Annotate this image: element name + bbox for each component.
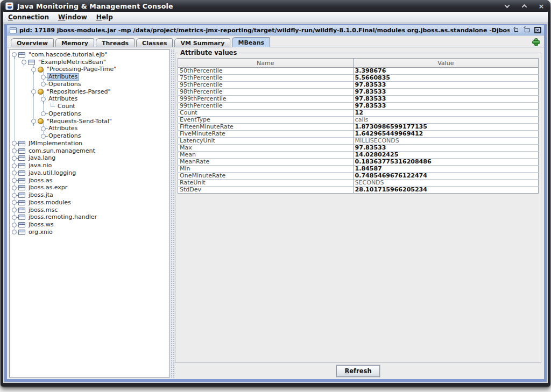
attribute-value-cell[interactable]: 97.83533 <box>353 82 538 89</box>
tree-expand-knob[interactable] <box>31 67 36 72</box>
tree-item-label[interactable]: jboss.modules <box>27 199 72 206</box>
tree-item[interactable]: "Repositories-Parsed" <box>10 88 169 96</box>
menu-window[interactable]: Window <box>58 13 87 21</box>
table-row[interactable]: 99thPercentile 97.83533 <box>178 103 539 110</box>
attribute-name-cell[interactable]: LatencyUnit <box>178 138 354 145</box>
tree-elbow-line[interactable] <box>51 103 55 107</box>
tab[interactable]: MBeans <box>232 37 270 47</box>
table-row[interactable]: 999thPercentile 97.83533 <box>178 96 539 103</box>
tree-item[interactable]: "ExampleMetricsBean" <box>10 59 169 66</box>
attribute-value-cell[interactable]: 1.84587 <box>353 166 538 173</box>
tree-item[interactable]: Count <box>10 103 169 110</box>
attribute-name-cell[interactable]: Max <box>178 145 354 152</box>
attribute-value-cell[interactable]: 97.83533 <box>353 96 538 103</box>
table-row[interactable]: Count 12 <box>178 110 539 117</box>
tree-item[interactable]: "Requests-Send-Total" <box>10 118 169 125</box>
tree-item-label[interactable]: Operations <box>47 133 82 139</box>
tab[interactable]: Classes <box>136 38 173 47</box>
tree-expand-knob[interactable] <box>12 163 17 168</box>
table-row[interactable]: Max 97.83533 <box>178 145 539 152</box>
table-row[interactable]: StdDev 28.101715966205234 <box>178 187 539 194</box>
attribute-value-cell[interactable]: 28.101715966205234 <box>353 187 538 194</box>
tree-expand-knob[interactable] <box>41 111 46 116</box>
table-row[interactable]: 98thPercentile 97.83533 <box>178 89 539 96</box>
table-row[interactable]: MeanRate 0.18363775316208486 <box>178 159 539 166</box>
attribute-value-cell[interactable]: 12 <box>353 110 538 117</box>
tree-item[interactable]: "Processing-Page-Time" <box>10 66 169 74</box>
attribute-name-cell[interactable]: 50thPercentile <box>178 68 354 75</box>
table-row[interactable]: RateUnit SECONDS <box>178 180 539 187</box>
menu-help[interactable]: Help <box>96 13 113 21</box>
tree-item[interactable]: Attributes <box>10 73 169 81</box>
tree-item-label[interactable]: "Repositories-Parsed" <box>46 89 112 95</box>
mbean-tree[interactable]: "com.hascode.tutorial.ejb" "ExampleMetri… <box>9 49 170 377</box>
attribute-name-cell[interactable]: 99thPercentile <box>178 103 354 110</box>
tree-item[interactable]: JMImplementation <box>10 140 169 147</box>
attribute-name-cell[interactable]: StdDev <box>178 187 354 194</box>
table-row[interactable]: FiveMinuteRate 1.642965449969412 <box>178 131 539 138</box>
attribute-value-cell[interactable]: 97.83533 <box>353 103 538 110</box>
tree-expand-knob[interactable] <box>12 186 17 190</box>
tree-item-label[interactable]: Attributes <box>47 96 79 102</box>
attribute-name-cell[interactable]: 95thPercentile <box>178 82 354 89</box>
tree-expand-knob[interactable] <box>12 208 17 212</box>
tree-item-label[interactable]: java.util.logging <box>27 170 77 176</box>
tab[interactable]: VM Summary <box>174 38 230 47</box>
attribute-name-cell[interactable]: Min <box>178 166 354 173</box>
window-minimize-button[interactable] <box>503 2 511 10</box>
table-row[interactable]: Min 1.84587 <box>178 166 539 173</box>
table-row[interactable]: EventType calls <box>178 117 539 124</box>
attribute-name-cell[interactable]: Count <box>178 110 354 117</box>
tree-item[interactable]: Attributes <box>10 96 169 103</box>
tree-item[interactable]: jboss.jta <box>10 191 169 199</box>
tab[interactable]: Overview <box>11 38 54 47</box>
tree-expand-knob[interactable] <box>41 126 46 131</box>
internal-frame-titlebar[interactable]: pid: 17189 jboss-modules.jar -mp /data/p… <box>7 25 544 35</box>
attribute-name-cell[interactable]: FiveMinuteRate <box>178 131 354 138</box>
column-header-value[interactable]: Value <box>353 59 538 68</box>
attribute-value-cell[interactable]: calls <box>353 117 538 124</box>
tree-expand-knob[interactable] <box>12 178 17 183</box>
attribute-value-cell[interactable]: 0.7485469676122474 <box>353 173 538 180</box>
tree-item-label[interactable]: jboss.msc <box>27 207 59 213</box>
tree-item-label[interactable]: "com.hascode.tutorial.ejb" <box>27 52 109 58</box>
attribute-value-cell[interactable]: SECONDS <box>353 180 538 187</box>
tree-expand-knob[interactable] <box>12 170 17 175</box>
tree-expand-knob[interactable] <box>41 97 46 102</box>
tree-item-label[interactable]: Operations <box>47 111 82 117</box>
window-close-button[interactable]: × <box>538 2 545 10</box>
attribute-value-cell[interactable]: 97.83533 <box>353 145 538 152</box>
attribute-value-cell[interactable]: 5.5660835 <box>353 75 538 82</box>
tree-item-label[interactable]: "Requests-Send-Total" <box>46 118 113 125</box>
tree-item[interactable]: jboss.as <box>10 177 169 184</box>
column-header-name[interactable]: Name <box>178 59 354 68</box>
tree-item-label[interactable]: jboss.ws <box>27 222 54 228</box>
tree-item[interactable]: com.sun.management <box>10 147 169 155</box>
attribute-name-cell[interactable]: 75thPercentile <box>178 75 354 82</box>
attribute-value-cell[interactable]: 0.18363775316208486 <box>353 159 538 166</box>
table-row[interactable]: OneMinuteRate 0.7485469676122474 <box>178 173 539 180</box>
tree-item-label[interactable]: jboss.as <box>27 177 53 184</box>
tree-expand-knob[interactable] <box>41 134 46 139</box>
tree-item-label[interactable]: com.sun.management <box>27 148 96 154</box>
attribute-name-cell[interactable]: 98thPercentile <box>178 89 354 96</box>
tree-item-label[interactable]: jboss.jta <box>27 192 54 198</box>
tree-item[interactable]: org.xnio <box>10 229 169 236</box>
refresh-button[interactable]: Refresh <box>336 365 379 377</box>
tree-expand-knob[interactable] <box>12 156 17 161</box>
attribute-name-cell[interactable]: MeanRate <box>178 159 354 166</box>
tree-expand-knob[interactable] <box>41 75 46 80</box>
table-row[interactable]: Mean 14.02802425 <box>178 152 539 159</box>
attribute-name-cell[interactable]: RateUnit <box>178 180 354 187</box>
table-row[interactable]: 50thPercentile 3.398676 <box>178 68 539 75</box>
tree-item-label[interactable]: Operations <box>47 81 82 88</box>
attribute-value-cell[interactable]: 3.398676 <box>353 68 538 75</box>
attribute-name-cell[interactable]: OneMinuteRate <box>178 173 354 180</box>
window-titlebar[interactable]: Java Monitoring & Management Console × <box>1 0 550 12</box>
tree-item-label[interactable]: Attributes <box>47 125 79 132</box>
tree-expand-knob[interactable] <box>12 52 17 57</box>
tab[interactable]: Memory <box>55 38 94 47</box>
tree-item[interactable]: java.nio <box>10 162 169 169</box>
tree-item-label[interactable]: "ExampleMetricsBean" <box>37 59 107 66</box>
internal-frame-minimize-button[interactable] <box>512 27 520 34</box>
